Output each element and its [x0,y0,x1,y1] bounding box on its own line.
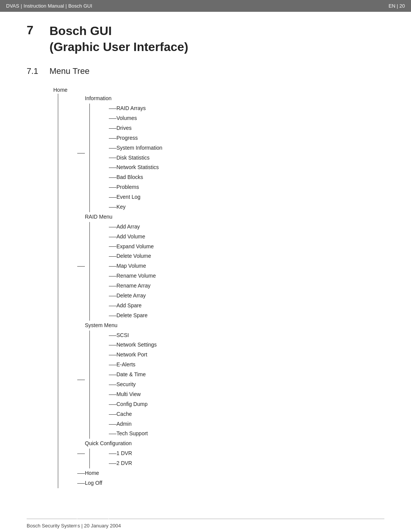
tree-leaf-label: Event Log [116,194,140,200]
tree-level2-item: Disk Statistics [109,153,384,163]
section-heading: 7.1 Menu Tree [27,66,384,76]
tree-leaf-label: Key [116,204,126,210]
tree-leaf-label: Admin [116,421,132,427]
tree-leaf-label: System Information [116,145,162,151]
tree-leaf-label: Network Statistics [116,164,159,170]
tree-level2-item: Key [109,202,384,212]
tree-level2-item: Bad Blocks [109,173,384,182]
tree-level1-item: Home [77,468,384,478]
tree-children: InformationRAID ArraysVolumesDrivesProgr… [53,94,384,488]
tree-level2-item: Delete Volume [109,251,384,261]
chapter-title-line1: Bosch GUI [49,23,188,39]
tree-level2-children: RAID ArraysVolumesDrivesProgressSystem I… [89,104,384,212]
tree-level2-item: Drives [109,123,384,133]
tree-node-label: Log Off [85,480,102,486]
tree-level2-item: Date & Time [109,370,384,380]
tree-level2-item: RAID Arrays [109,104,384,113]
tree-leaf-label: Tech Support [116,430,148,436]
tree-level1-item: Quick Configuration1 DVR2 DVR [77,439,384,468]
tree-node-label: Information [85,95,112,101]
tree-level2-item: Progress [109,133,384,143]
tree-top-children: InformationRAID ArraysVolumesDrivesProgr… [58,94,384,488]
tree-node-label: Home [85,470,99,476]
header-bar: DVAS | Instruction Manual | Bosch GUI EN… [0,0,411,12]
header-sep2: | [65,3,67,9]
tree-leaf-label: Delete Volume [116,253,151,259]
chapter-number: 7 [27,23,42,37]
tree-level2-item: SCSI [109,331,384,340]
tree-leaf-label: Volumes [116,115,137,121]
tree-level2-item: Delete Spare [109,311,384,321]
tree-level2-item: Cache [109,409,384,419]
tree-node-label: Quick Configuration [85,440,132,446]
tree-leaf-label: E-Alerts [116,361,135,367]
tree-leaf-label: Disk Statistics [116,155,150,161]
tree-leaf-label: Expand Volume [116,243,154,249]
tree-level2-item: 2 DVR [109,459,384,468]
tree-leaf-label: Add Spare [116,302,142,308]
tree-level2-item: 1 DVR [109,449,384,459]
tree-level2-item: Network Settings [109,340,384,350]
tree-level2-item: Add Volume [109,232,384,242]
footer: Bosch Security Systems | 20 January 2004 [27,519,384,532]
tree-leaf-label: SCSI [116,332,129,338]
menu-tree: Home InformationRAID ArraysVolumesDrives… [27,87,384,488]
tree-leaf-label: Network Settings [116,342,157,348]
tree-level2-item: Volumes [109,113,384,123]
tree-leaf-label: Drives [116,125,132,131]
tree-leaf-label: Progress [116,135,138,141]
chapter-title-line2: (Graphic User Interface) [49,39,188,55]
tree-leaf-label: Security [116,381,136,387]
tree-level2-item: Config Dump [109,399,384,409]
tree-level1-item: InformationRAID ArraysVolumesDrivesProgr… [77,94,384,212]
tree-leaf-label: RAID Arrays [116,105,146,111]
header-sep1: | [21,3,22,9]
tree-level2-item: Map Volume [109,261,384,271]
tree-leaf-label: 1 DVR [116,450,132,456]
tree-level2-item: Rename Array [109,281,384,291]
tree-level2-item: Delete Array [109,291,384,301]
tree-level2-item: Rename Volume [109,271,384,281]
header-section: Instruction Manual [24,3,64,9]
tree-level1-item: System MenuSCSINetwork SettingsNetwork P… [77,321,384,439]
header-page-info: EN | 20 [389,3,405,9]
section-title: Menu Tree [49,66,89,76]
tree-leaf-label: Add Array [116,224,140,230]
tree-leaf-label: Add Volume [116,233,145,240]
tree-leaf-label: Map Volume [116,263,146,269]
section-number: 7.1 [27,66,42,76]
tree-leaf-label: Delete Spare [116,312,148,318]
tree-level2-item: Network Statistics [109,163,384,173]
tree-leaf-label: Config Dump [116,401,148,407]
header-product: Bosch GUI [68,3,92,9]
tree-level2-item: Tech Support [109,429,384,439]
tree-level2-item: E-Alerts [109,360,384,370]
tree-leaf-label: Bad Blocks [116,174,143,180]
page-body: 7 Bosch GUI (Graphic User Interface) 7.1… [0,12,411,519]
tree-level2-item: Network Port [109,350,384,360]
chapter-title: Bosch GUI (Graphic User Interface) [49,23,188,55]
tree-level2-item: Security [109,380,384,390]
tree-leaf-label: Delete Array [116,292,146,299]
tree-level2-item: Add Spare [109,301,384,311]
tree-level2-children: Add ArrayAdd VolumeExpand VolumeDelete V… [89,222,384,321]
tree-level1-item: RAID MenuAdd ArrayAdd VolumeExpand Volum… [77,212,384,321]
header-left: DVAS | Instruction Manual | Bosch GUI [6,3,92,9]
tree-leaf-label: Network Port [116,351,147,358]
root-node-label: Home [53,87,67,93]
tree-level1-item: Log Off [77,478,384,488]
footer-text: Bosch Security Systems | 20 January 2004 [27,523,121,529]
header-brand: DVAS [6,3,19,9]
tree-leaf-label: Multi View [116,391,141,397]
tree-level2-item: Admin [109,419,384,429]
chapter-heading: 7 Bosch GUI (Graphic User Interface) [27,23,384,55]
tree-level2-children: SCSINetwork SettingsNetwork PortE-Alerts… [89,331,384,439]
tree-leaf-label: Rename Volume [116,273,156,279]
tree-level2-children: 1 DVR2 DVR [89,449,384,468]
tree-root-label: Home [53,87,384,93]
tree-leaf-label: Rename Array [116,283,150,289]
tree-level2-item: Expand Volume [109,242,384,252]
tree-level2-item: System Information [109,143,384,153]
tree-leaf-label: Problems [116,184,139,190]
tree-level2-item: Event Log [109,192,384,202]
